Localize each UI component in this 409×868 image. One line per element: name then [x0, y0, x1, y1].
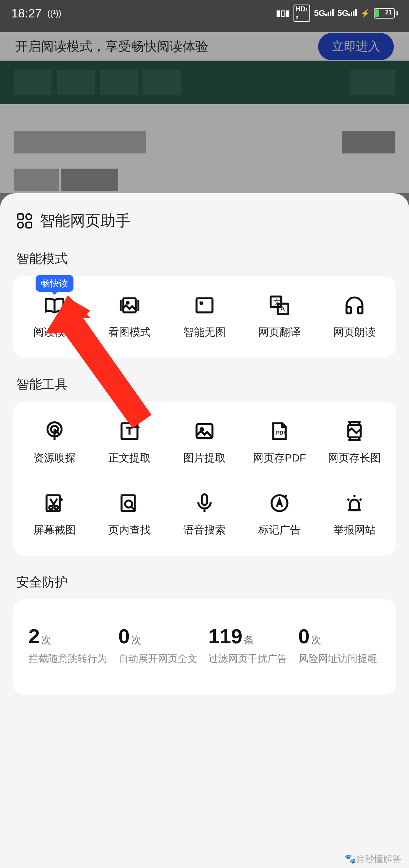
battery-icon: 21: [374, 8, 398, 19]
tool-screenshot[interactable]: 屏幕截图: [17, 488, 92, 541]
long-image-icon: [343, 420, 366, 443]
search-page-icon: [118, 492, 141, 515]
mode-translate[interactable]: 文A 网页翻译: [242, 290, 317, 343]
watermark: 🐾@秒懂解答: [345, 853, 401, 865]
broadcast-icon: ((¹)): [47, 8, 61, 18]
svg-rect-6: [197, 298, 212, 312]
vibrate-icon: ▮▯▮: [276, 8, 290, 18]
svg-text:A: A: [280, 305, 285, 313]
sheet-title: 智能网页助手: [40, 210, 131, 231]
signal-1: 5G: [314, 8, 333, 18]
tools-card: 资源嗅探 正文提取 图片提取 PDF 网页存PDF 网页存长图 屏幕截图: [13, 402, 396, 555]
security-card: 2次 拦截随意跳转行为 0次 自动展开网页全文 119条 过滤网页干扰广告 0次…: [13, 599, 396, 695]
gallery-icon: [118, 294, 141, 317]
headphones-icon: [343, 294, 366, 317]
radar-icon: [43, 420, 66, 443]
scissors-icon: [43, 492, 66, 515]
ad-block-icon: [268, 492, 291, 515]
no-image-icon: [193, 294, 216, 317]
mode-image-view[interactable]: 看图模式: [92, 290, 167, 343]
svg-text:文: 文: [273, 298, 281, 306]
siren-icon: [343, 492, 366, 515]
svg-rect-25: [202, 494, 207, 505]
svg-rect-0: [18, 214, 23, 219]
signal-2: 5G: [337, 8, 357, 18]
stat-ads[interactable]: 119条 过滤网页干扰广告: [204, 624, 295, 665]
quick-read-badge: 畅快读: [36, 275, 73, 292]
svg-point-24: [125, 500, 132, 508]
tool-find-in-page[interactable]: 页内查找: [92, 488, 167, 541]
section-tools-title: 智能工具: [13, 376, 396, 393]
pdf-icon: PDF: [268, 420, 291, 443]
svg-point-22: [55, 506, 58, 509]
text-extract-icon: [118, 420, 141, 443]
status-bar: 18:27 ((¹)) ▮▯▮ HD12 5G 5G ⚡ 21: [0, 0, 409, 27]
modes-card: 畅快读 阅读模式 看图模式 智能无图 文A 网页翻译 网页朗读: [13, 276, 396, 358]
apps-icon: [16, 213, 33, 229]
book-icon: [43, 294, 66, 317]
svg-point-21: [49, 506, 53, 509]
tool-save-long-image[interactable]: 网页存长图: [317, 416, 392, 469]
tool-image-extract[interactable]: 图片提取: [167, 416, 242, 469]
tool-voice-search[interactable]: 语音搜索: [167, 488, 242, 541]
svg-rect-3: [26, 222, 32, 228]
section-modes-title: 智能模式: [13, 250, 396, 267]
svg-point-1: [26, 214, 32, 219]
svg-rect-11: [347, 307, 351, 313]
stat-redirects[interactable]: 2次 拦截随意跳转行为: [25, 624, 115, 665]
tool-text-extract[interactable]: 正文提取: [92, 416, 167, 469]
tool-sniffer[interactable]: 资源嗅探: [17, 416, 92, 469]
clock: 18:27: [11, 6, 42, 20]
svg-point-5: [127, 302, 129, 304]
assistant-sheet: 智能网页助手 智能模式 畅快读 阅读模式 看图模式 智能无图 文A 网页翻译: [0, 193, 409, 868]
mode-read-aloud[interactable]: 网页朗读: [317, 290, 392, 343]
tool-report-site[interactable]: 举报网站: [317, 488, 392, 541]
image-icon: [193, 420, 216, 443]
svg-rect-12: [358, 307, 362, 313]
tool-mark-ads[interactable]: 标记广告: [242, 488, 317, 541]
mic-icon: [193, 492, 216, 515]
section-security-title: 安全防护: [13, 574, 396, 591]
stat-expand[interactable]: 0次 自动展开网页全文: [115, 624, 205, 665]
mode-reading[interactable]: 畅快读 阅读模式: [17, 290, 92, 343]
svg-text:PDF: PDF: [276, 430, 287, 436]
stat-risk[interactable]: 0次 风险网址访问提醒: [295, 624, 385, 665]
tool-save-pdf[interactable]: PDF 网页存PDF: [242, 416, 317, 469]
translate-icon: 文A: [268, 294, 291, 317]
hd-badge: HD12: [293, 5, 311, 22]
svg-point-2: [18, 222, 23, 228]
mode-no-image[interactable]: 智能无图: [167, 290, 242, 343]
